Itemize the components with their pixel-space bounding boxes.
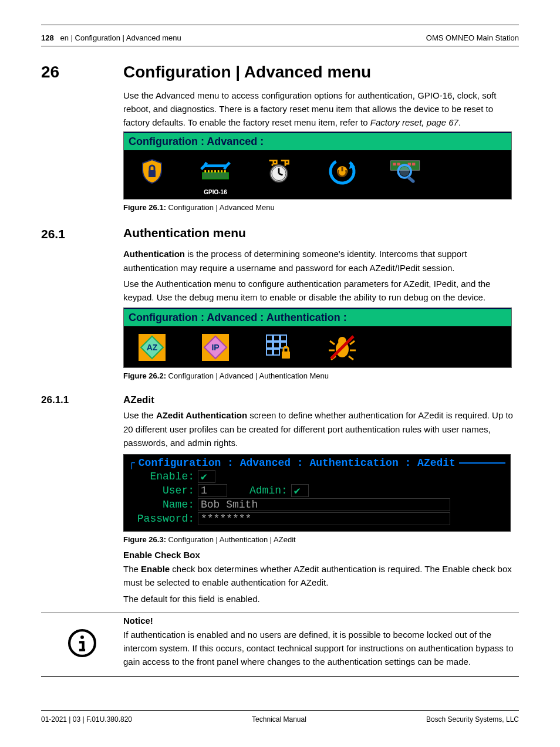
- svg-rect-31: [266, 335, 272, 341]
- azedit-user-row: User: 1 Admin: ✔: [129, 484, 505, 497]
- svg-point-23: [400, 167, 409, 176]
- svg-rect-24: [407, 176, 416, 184]
- notice-bottom-rule: [41, 676, 519, 677]
- enable-checkbox-p1: The Enable check box determines whether …: [123, 562, 519, 590]
- azedit-name-field[interactable]: Bob Smith: [198, 498, 450, 511]
- azedit-password-value: ********: [201, 513, 251, 525]
- azedit-user-field[interactable]: 1: [198, 484, 227, 497]
- azedit-user-label: User:: [129, 485, 198, 496]
- figure-26-2-caption-label: Figure 26.2:: [123, 371, 166, 380]
- figure-26-1-caption-label: Figure 26.1:: [123, 203, 166, 212]
- azedit-admin-value: ✔: [294, 484, 301, 497]
- figure-26-3-legend-text: Configuration : Advanced : Authenticatio…: [139, 457, 456, 469]
- svg-rect-6: [218, 170, 220, 173]
- section-26-body: Configuration | Advanced menu Use the Ad…: [123, 63, 519, 227]
- azedit-password-label: Password:: [129, 513, 198, 525]
- section-26-1-title: Authentication menu: [123, 226, 519, 240]
- svg-rect-3: [208, 170, 210, 173]
- svg-rect-18: [393, 163, 396, 166]
- enable-p1a: The: [123, 564, 141, 574]
- notice-text: If authentication is enabled and no user…: [123, 628, 519, 669]
- section-26-1-1-title: AZedit: [123, 394, 519, 406]
- header-left: 128 en | Configuration | Advanced menu: [41, 33, 181, 42]
- page: 128 en | Configuration | Advanced menu O…: [0, 0, 560, 747]
- figure-26-1-screen: Configuration : Advanced :: [123, 131, 512, 200]
- azedit-admin-checkbox[interactable]: ✔: [291, 484, 309, 497]
- figure-26-1-caption: Figure 26.1: Configuration | Advanced Me…: [123, 203, 519, 212]
- azedit-auth-term: AZedit Authentication: [156, 410, 247, 420]
- section-26-1-1-p1a: Use the: [123, 410, 156, 420]
- azedit-password-field[interactable]: ********: [198, 512, 450, 525]
- svg-rect-21: [412, 163, 415, 166]
- svg-point-50: [80, 636, 84, 639]
- figure-26-1-icons: GPIO-16: [124, 150, 511, 199]
- keypad-lock-icon: [262, 331, 295, 364]
- section-26-1-1-body: AZedit Use the AZedit Authentication scr…: [123, 394, 519, 608]
- factory-reset-link[interactable]: Factory reset, page 67: [370, 117, 458, 127]
- svg-rect-8: [224, 170, 226, 173]
- azedit-enable-row: Enable: ✔: [129, 470, 505, 483]
- figure-26-3-caption: Figure 26.3: Configuration | Authenticat…: [123, 535, 519, 544]
- advanced-auth-icon[interactable]: [131, 155, 173, 195]
- figure-26-3-caption-text: Configuration | Authentication | AZedit: [168, 535, 296, 544]
- notice-body: Notice! If authentication is enabled and…: [123, 613, 519, 671]
- gpio-board-icon: [199, 155, 232, 188]
- advanced-clock-icon[interactable]: [258, 155, 300, 195]
- advanced-reboot-icon[interactable]: [321, 155, 363, 195]
- figure-26-2-icons: AZ IP: [124, 326, 511, 367]
- svg-rect-38: [274, 349, 279, 355]
- figure-26-3-caption-label: Figure 26.3:: [123, 535, 166, 544]
- footer-center: Technical Manual: [252, 715, 306, 724]
- azedit-admin-label: Admin:: [249, 485, 288, 496]
- advanced-diagnostics-icon[interactable]: [384, 155, 427, 195]
- auth-debug-icon[interactable]: [321, 331, 363, 364]
- auth-ipedit-icon[interactable]: IP: [194, 331, 237, 364]
- auth-term: Authentication: [123, 249, 185, 259]
- figure-26-1-caption-text: Configuration | Advanced Menu: [168, 203, 275, 212]
- clock-icon: [262, 155, 295, 188]
- azedit-enable-checkbox[interactable]: ✔: [198, 470, 215, 483]
- running-header: 128 en | Configuration | Advanced menu O…: [41, 33, 519, 42]
- enable-p1c: check box determines whether AZedit auth…: [123, 564, 512, 587]
- azedit-enable-label: Enable:: [129, 471, 198, 482]
- svg-rect-2: [204, 170, 206, 173]
- footer-row: 01-2021 | 03 | F.01U.380.820 Technical M…: [41, 715, 519, 724]
- icon-caption-1: GPIO-16: [194, 189, 237, 195]
- svg-line-47: [349, 356, 353, 360]
- page-number: 128: [41, 33, 54, 42]
- section-26-1-p1: Authentication is the process of determi…: [123, 247, 519, 275]
- azedit-name-label: Name:: [129, 499, 198, 511]
- figure-26-2-caption: Figure 26.2: Configuration | Advanced | …: [123, 371, 519, 380]
- advanced-gpio-icon[interactable]: GPIO-16: [194, 155, 237, 195]
- header-rule: [41, 46, 519, 46]
- auth-azedit-icon[interactable]: AZ: [131, 331, 173, 364]
- notice-heading: Notice!: [123, 616, 519, 626]
- notice-bottom-rule-row: [41, 676, 519, 677]
- figure-26-2-screen: Configuration : Advanced : Authenticatio…: [123, 307, 512, 368]
- section-26-p1: Use the Advanced menu to access configur…: [123, 89, 519, 130]
- svg-rect-39: [282, 351, 290, 359]
- svg-rect-7: [221, 170, 222, 173]
- auth-keypad-icon[interactable]: [258, 331, 300, 364]
- bug-slash-icon: [326, 331, 359, 364]
- figure-26-3-legend: ┌ Configuration : Advanced : Authenticat…: [129, 457, 505, 469]
- section-26-1-body: Authentication menu Authentication is th…: [123, 226, 519, 394]
- svg-rect-4: [211, 170, 213, 173]
- azedit-enable-value: ✔: [201, 470, 207, 483]
- section-26-title: Configuration | Advanced menu: [123, 63, 519, 82]
- figure-26-2-breadcrumb: Configuration : Advanced : Authenticatio…: [124, 308, 511, 326]
- az-diamond-icon: AZ: [136, 331, 168, 364]
- azedit-user-value: 1: [201, 485, 207, 496]
- svg-text:IP: IP: [211, 343, 219, 352]
- svg-line-42: [330, 341, 335, 344]
- ip-diamond-icon: IP: [199, 331, 232, 364]
- svg-rect-33: [281, 335, 286, 341]
- svg-line-43: [350, 341, 355, 344]
- svg-rect-5: [214, 170, 216, 173]
- header-right: OMS OMNEO Main Station: [426, 33, 519, 42]
- section-26-1-p2: Use the Authentication menu to configure…: [123, 277, 519, 305]
- figure-26-2-caption-text: Configuration | Advanced | Authenticatio…: [168, 371, 329, 380]
- svg-rect-35: [274, 342, 279, 348]
- section-number-26-1-1: 26.1.1: [41, 394, 123, 608]
- figure-26-3-screen: ┌ Configuration : Advanced : Authenticat…: [123, 454, 511, 532]
